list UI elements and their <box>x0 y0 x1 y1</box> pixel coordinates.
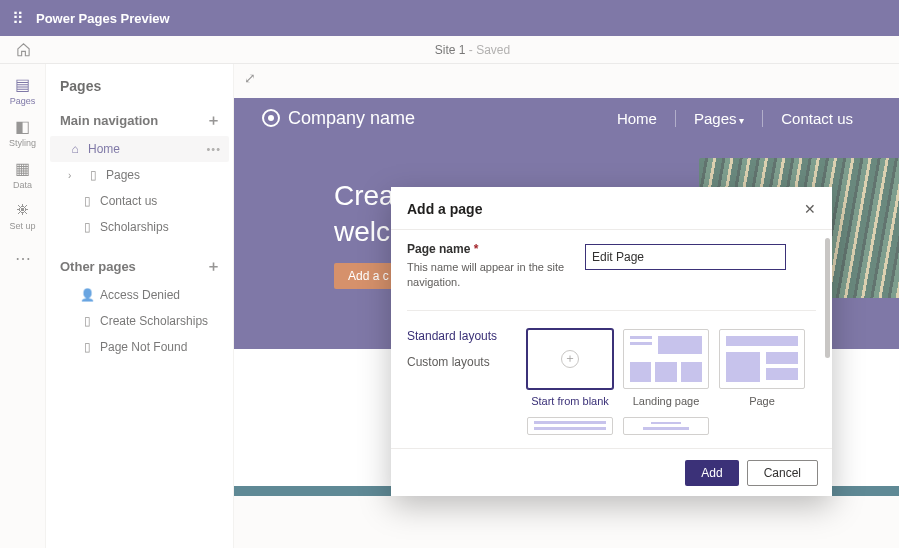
page-name-help: This name will appear in the site naviga… <box>407 260 567 290</box>
layout-thumb-blank: ＋ <box>527 329 613 389</box>
dialog-title: Add a page <box>407 201 482 217</box>
add-button[interactable]: Add <box>685 460 738 486</box>
dialog-scrollbar[interactable] <box>825 238 830 448</box>
layout-caption: Page <box>749 395 775 407</box>
layout-thumb-landing <box>623 329 709 389</box>
layout-caption: Landing page <box>633 395 700 407</box>
layout-thumb-partial-1[interactable] <box>527 417 613 435</box>
layout-landing[interactable]: Landing page <box>623 329 709 407</box>
layout-blank[interactable]: ＋ Start from blank <box>527 329 613 407</box>
tab-standard-layouts[interactable]: Standard layouts <box>407 329 507 343</box>
layout-thumb-page <box>719 329 805 389</box>
layout-thumb-partial-2[interactable] <box>623 417 709 435</box>
tab-custom-layouts[interactable]: Custom layouts <box>407 355 507 369</box>
layout-caption: Start from blank <box>531 395 609 407</box>
plus-icon: ＋ <box>561 350 579 368</box>
page-name-label: Page name * <box>407 242 567 256</box>
required-indicator: * <box>474 242 479 256</box>
cancel-button[interactable]: Cancel <box>747 460 818 486</box>
close-icon[interactable]: ✕ <box>804 201 816 217</box>
add-page-dialog: Add a page ✕ Page name * This name will … <box>391 187 832 496</box>
layout-page[interactable]: Page <box>719 329 805 407</box>
page-name-input[interactable] <box>585 244 786 270</box>
